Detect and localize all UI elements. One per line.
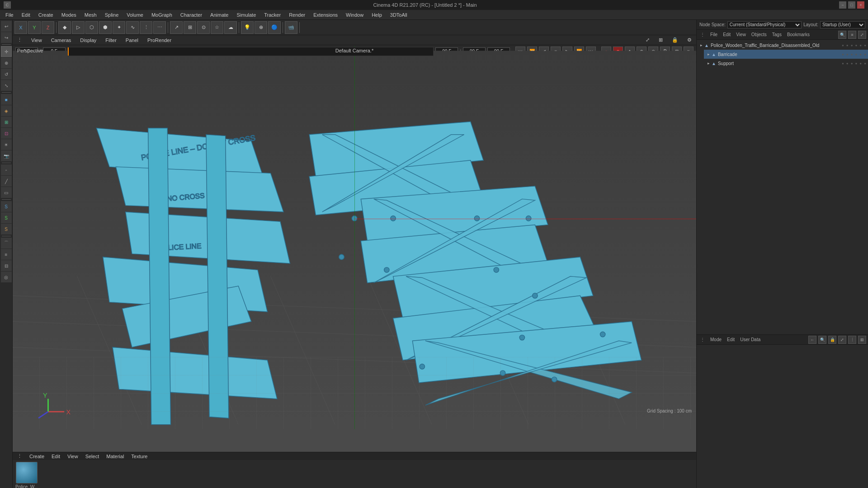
tool-redo[interactable]: ↪ xyxy=(1,32,12,43)
attr-edit-menu[interactable]: Edit xyxy=(725,337,736,343)
obj-lock-s2[interactable]: ● xyxy=(864,61,866,66)
menu-create[interactable]: Create xyxy=(35,11,57,19)
toolbar-render1[interactable]: 💡 xyxy=(241,21,254,34)
toolbar-render2[interactable]: ⊕ xyxy=(255,21,267,34)
tool-nurbs[interactable]: ◈ xyxy=(1,105,12,116)
attr-userdata-menu[interactable]: User Data xyxy=(738,337,762,343)
menu-mograph[interactable]: MoGraph xyxy=(148,11,176,19)
mat-material-menu[interactable]: Material xyxy=(104,453,126,460)
toolbar-model-mode[interactable]: X xyxy=(14,21,27,34)
tool-layers2[interactable]: ⊟ xyxy=(1,260,12,271)
viewport-view-menu[interactable]: View xyxy=(29,37,44,44)
obj-tags-menu[interactable]: Tags xyxy=(770,32,783,38)
tool-move[interactable]: ⊕ xyxy=(1,57,12,68)
obj-render-2[interactable]: ● xyxy=(855,43,857,47)
obj-vis-s2[interactable]: ● xyxy=(846,61,849,66)
tool-undo[interactable]: ↩ xyxy=(1,21,12,32)
viewport-icons[interactable]: ⊞ xyxy=(657,36,665,44)
toolbar-y-mode[interactable]: Y xyxy=(28,21,41,34)
obj-render-b2[interactable]: ● xyxy=(855,52,857,56)
minimize-button[interactable]: − xyxy=(839,1,846,9)
attr-lock-icon[interactable]: 🔒 xyxy=(828,336,836,344)
toolbar-snap5[interactable]: ☁ xyxy=(224,21,237,34)
menu-spline[interactable]: Spline xyxy=(101,11,123,19)
menu-file[interactable]: File xyxy=(2,11,17,19)
menu-volume[interactable]: Volume xyxy=(123,11,147,19)
viewport-display-menu[interactable]: Display xyxy=(78,37,98,44)
obj-item-support[interactable]: ▸ ▲ Support ● ● ● ● ● ● xyxy=(704,59,868,68)
layout-select[interactable]: Startup (User) xyxy=(820,21,865,28)
tool-rotate[interactable]: ↺ xyxy=(1,69,12,80)
obj-vis-b1[interactable]: ● xyxy=(842,52,844,56)
obj-expand-barricade[interactable]: ▸ xyxy=(708,52,710,56)
timeline-track[interactable] xyxy=(67,47,434,56)
toolbar-camera-icon[interactable]: 📹 xyxy=(285,21,297,34)
mat-view-menu[interactable]: View xyxy=(66,453,80,460)
obj-file-menu[interactable]: ⋮ xyxy=(698,32,707,38)
tool-target[interactable]: ◎ xyxy=(1,272,12,282)
mat-menu-icon[interactable]: ⋮ xyxy=(15,452,24,460)
tool-s3[interactable]: S xyxy=(1,224,12,235)
tool-select[interactable]: ✛ xyxy=(1,46,12,57)
mat-select-menu[interactable]: Select xyxy=(84,453,101,460)
obj-lock-b2[interactable]: ● xyxy=(864,52,866,56)
tool-vertex[interactable]: ◦ xyxy=(1,164,12,175)
menu-3dtoall[interactable]: 3DToAll xyxy=(387,11,411,19)
toolbar-z-mode[interactable]: Z xyxy=(42,21,54,34)
tool-edge[interactable]: ╱ xyxy=(1,176,12,187)
tool-poly[interactable]: ▭ xyxy=(1,187,12,198)
viewport-panel-menu[interactable]: Panel xyxy=(124,37,140,44)
obj-render-s1[interactable]: ● xyxy=(851,61,853,66)
obj-filter-icon[interactable]: ≡ xyxy=(848,31,856,39)
tool-camera[interactable]: 📷 xyxy=(1,150,12,161)
tool-s2[interactable]: S xyxy=(1,212,12,223)
tool-light[interactable]: ☀ xyxy=(1,139,12,150)
obj-lock-2[interactable]: ● xyxy=(864,43,866,47)
obj-lock-s1[interactable]: ● xyxy=(859,61,862,66)
menu-window[interactable]: Window xyxy=(342,11,367,19)
toolbar-snap4[interactable]: ☆ xyxy=(211,21,223,34)
obj-vis-s1[interactable]: ● xyxy=(842,61,844,66)
attr-expand-icon[interactable]: ⤢ xyxy=(838,336,846,344)
mat-texture-menu[interactable]: Texture xyxy=(129,453,149,460)
obj-expand-icon[interactable]: ⤢ xyxy=(858,31,866,39)
menu-edit[interactable]: Edit xyxy=(18,11,34,19)
obj-lock-1[interactable]: ● xyxy=(859,43,862,47)
attr-mode-menu[interactable]: Mode xyxy=(708,337,723,343)
menu-mesh[interactable]: Mesh xyxy=(81,11,100,19)
toolbar-obj3[interactable]: ⬡ xyxy=(85,21,98,34)
mat-edit-menu[interactable]: Edit xyxy=(50,453,62,460)
obj-render-b1[interactable]: ● xyxy=(851,52,853,56)
tool-layers[interactable]: ≡ xyxy=(1,249,12,260)
attr-dots-icon[interactable]: ⋮ xyxy=(848,336,856,344)
obj-vis-2[interactable]: ● xyxy=(846,43,849,47)
mat-create-menu[interactable]: Create xyxy=(28,453,46,460)
obj-render-1[interactable]: ● xyxy=(851,43,853,47)
viewport-prorender-menu[interactable]: ProRender xyxy=(146,37,173,44)
tool-generator[interactable]: ⊞ xyxy=(1,117,12,127)
obj-edit-menu[interactable]: Edit xyxy=(721,32,732,38)
obj-vis-b2[interactable]: ● xyxy=(846,52,849,56)
toolbar-obj6[interactable]: ∿ xyxy=(126,21,139,34)
menu-animate[interactable]: Animate xyxy=(207,11,232,19)
obj-view-menu[interactable]: View xyxy=(734,32,748,38)
attr-back-button[interactable]: ← xyxy=(808,336,816,344)
obj-item-barricade[interactable]: ▸ ▲ Barricade ● ● ● ● ● ● xyxy=(704,50,868,59)
obj-render-s2[interactable]: ● xyxy=(855,61,857,66)
menu-tracker[interactable]: Tracker xyxy=(260,11,284,19)
toolbar-obj8[interactable]: ⋯ xyxy=(153,21,166,34)
viewport-expand[interactable]: ⤢ xyxy=(644,36,651,44)
close-button[interactable]: × xyxy=(857,1,864,9)
attr-menu-icon[interactable]: ⋮ xyxy=(698,337,707,343)
attr-search-icon[interactable]: 🔍 xyxy=(818,336,826,344)
menu-modes[interactable]: Modes xyxy=(58,11,80,19)
menu-extensions[interactable]: Extensions xyxy=(310,11,341,19)
toolbar-obj4[interactable]: ⬢ xyxy=(99,21,112,34)
viewport-cameras-menu[interactable]: Cameras xyxy=(49,37,73,44)
toolbar-render3[interactable]: 🔵 xyxy=(268,21,281,34)
main-viewport[interactable]: ⋮ View Cameras Display Filter Panel ProR… xyxy=(13,35,696,452)
obj-expand-support[interactable]: ▸ xyxy=(708,61,710,66)
toolbar-obj2[interactable]: ▷ xyxy=(72,21,85,34)
material-thumbnail[interactable] xyxy=(16,462,38,483)
viewport-menu-icon[interactable]: ⋮ xyxy=(15,36,24,44)
